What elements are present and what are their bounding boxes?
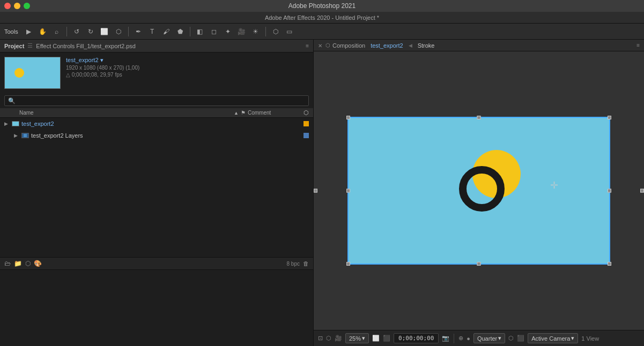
handle-top-left[interactable] (346, 116, 350, 119)
canvas-controls: ⊡ ⬡ 🎥 25% ▾ ⬜ ⬛ 0;00;00;00 📷 ⊕ ● Quarter… (314, 330, 644, 346)
quality-value: Quarter (477, 335, 497, 342)
view-count-control[interactable]: 1 View (581, 335, 599, 342)
null-tool[interactable]: ⬡ (270, 26, 281, 37)
project-menu-icon[interactable]: ≡ (306, 43, 309, 49)
new-folder-icon[interactable]: 📁 (14, 260, 22, 267)
composition-label: Composition (332, 42, 365, 49)
ae-close-icon[interactable]: ✕ (318, 43, 323, 48)
eraser-tool[interactable]: ◻ (209, 26, 219, 37)
3d-icon[interactable]: ⬛ (517, 335, 524, 342)
handle-bottom-left[interactable] (346, 262, 350, 266)
handle-bottom-mid[interactable] (477, 262, 481, 266)
stamp-tool[interactable]: ⬟ (175, 26, 186, 37)
outer-handle-right (640, 189, 644, 193)
select-tool[interactable]: ▶ (24, 26, 34, 37)
file-item-1[interactable]: ▶ test_export2 (0, 118, 313, 130)
handle-bottom-right[interactable] (608, 262, 611, 266)
color-mgmt-icon[interactable]: ⊕ (458, 335, 463, 342)
new-comp-icon[interactable]: 🗁 (4, 260, 11, 267)
file-icon-2 (21, 133, 29, 138)
file-flag-1 (304, 121, 309, 126)
crosshair-icon: ✛ (550, 179, 558, 191)
handle-mid-left[interactable] (346, 189, 350, 193)
tool-sep-2 (128, 27, 129, 36)
shape-tool[interactable]: ▭ (284, 26, 295, 37)
tools-bar: Tools ▶ ✋ ⌕ ↺ ↻ ⬜ ⬡ ✒ T 🖌 ⬟ ◧ ◻ ✦ 🎥 ☀ ⬡ … (0, 24, 644, 40)
oval-tool[interactable]: ⬡ (113, 26, 124, 37)
ps-bar: Adobe After Effects 2020 - Untitled Proj… (0, 12, 644, 24)
fast-prev-icon[interactable]: ● (467, 335, 470, 342)
snap-icon[interactable]: ⊡ (318, 335, 323, 342)
col-comment-label: Comment (248, 110, 301, 116)
file-flag-2 (304, 133, 309, 138)
timecode-display[interactable]: 0;00;00;00 (394, 333, 439, 343)
hand-tool[interactable]: ✋ (38, 26, 48, 37)
tool-sep-1 (66, 27, 67, 36)
ae-panel-icon: ⬡ (325, 42, 330, 48)
minimize-button[interactable] (14, 3, 20, 9)
comp-tab[interactable]: test_export2 (367, 41, 406, 50)
panel-sep: ☰ (27, 42, 33, 49)
gradient-tool[interactable]: ◧ (195, 26, 205, 37)
camera-icon[interactable]: 📷 (442, 335, 449, 342)
file-item-2[interactable]: ▶ test_export2 Layers (0, 130, 313, 141)
sort-icon: ▲ (234, 110, 239, 116)
col-actions: ⬡ (304, 109, 309, 116)
black-ring (459, 166, 505, 212)
close-button[interactable] (4, 3, 11, 9)
ae-menu-icon[interactable]: ≡ (636, 42, 640, 48)
zoom-control[interactable]: 25% ▾ (345, 333, 369, 343)
project-panel: Project ☰ Effect Controls Fill_1/test_ex… (0, 40, 313, 270)
col-name-label: Name (19, 110, 232, 116)
file-icon-1 (12, 121, 19, 126)
trash-icon[interactable]: 🗑 (303, 260, 309, 267)
camera-overlay-icon[interactable]: 🎥 (335, 335, 342, 342)
quality-dropdown-icon: ▾ (498, 335, 501, 342)
redo-tool[interactable]: ↻ (85, 26, 96, 37)
box-tool[interactable]: ⬜ (99, 26, 110, 37)
fit-comp-icon[interactable]: ⬜ (372, 335, 380, 342)
light-tool[interactable]: ☀ (250, 26, 261, 37)
camera-dropdown-icon: ▾ (571, 335, 574, 342)
ctrl-sep (454, 334, 454, 343)
canvas-area: ✛ (314, 51, 644, 330)
bpc-label: 8 bpc (287, 261, 300, 267)
comp-tab-arrow: ◀ (409, 43, 412, 48)
expand-icon-1: ▶ (4, 121, 10, 126)
brush-tool[interactable]: 🖌 (161, 26, 172, 37)
new-item-icon[interactable]: ⬡ (25, 260, 31, 267)
file-name-2: test_export2 Layers (31, 132, 165, 139)
window-controls (4, 3, 30, 9)
color-icon[interactable]: 🎨 (34, 260, 42, 267)
project-title: Project (4, 43, 24, 49)
title-bar: Adobe Photoshop 2021 (0, 0, 644, 12)
handle-top-mid[interactable] (477, 116, 481, 119)
camera-view-control[interactable]: Active Camera ▾ (528, 333, 578, 343)
camera-tool[interactable]: 🎥 (236, 26, 247, 37)
text-tool[interactable]: T (147, 26, 158, 37)
file-name-1: test_export2 (21, 121, 160, 127)
zoom-tool[interactable]: ⌕ (51, 26, 62, 37)
list-actions: 🗁 📁 ⬡ 🎨 8 bpc 🗑 (0, 257, 313, 269)
comp-name[interactable]: test_export2 ▾ (66, 57, 139, 64)
grid-icon[interactable]: ⬡ (326, 335, 331, 342)
handle-top-right[interactable] (608, 116, 611, 119)
comp-size-icon[interactable]: ⬛ (383, 335, 390, 342)
renderer-icon[interactable]: ⬡ (508, 335, 514, 342)
file-list: ▶ test_export2 ▶ test_export2 Layers (0, 118, 313, 257)
pen-tool[interactable]: ✒ (133, 26, 144, 37)
composition-canvas[interactable]: ✛ (347, 117, 610, 265)
flag-icon: ⚑ (241, 110, 246, 116)
quality-control[interactable]: Quarter ▾ (473, 333, 505, 343)
stroke-tab[interactable]: Stroke (414, 41, 438, 50)
effect-controls-label[interactable]: Effect Controls Fill_1/test_export2.psd (36, 43, 136, 49)
undo-tool[interactable]: ↺ (71, 26, 82, 37)
maximize-button[interactable] (24, 3, 30, 9)
handle-mid-right[interactable] (608, 189, 611, 193)
ae-title-bar: ✕ ⬡ Composition test_export2 ◀ Stroke ≡ (314, 40, 644, 51)
file-list-header: Name ▲ ⚑ Comment ⬡ (0, 108, 313, 118)
puppet-tool[interactable]: ✦ (223, 26, 233, 37)
project-search-input[interactable] (4, 95, 309, 106)
search-bar (0, 93, 313, 108)
project-panel-header: Project ☰ Effect Controls Fill_1/test_ex… (0, 40, 313, 52)
